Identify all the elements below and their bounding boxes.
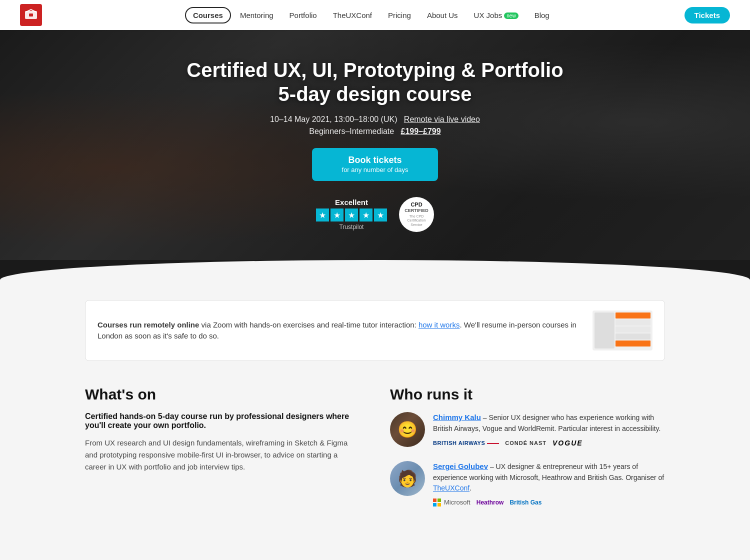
- who-runs-column: Who runs it 😊 Chimmy Kalu – Senior UX de…: [390, 386, 665, 520]
- fs-row-1: [616, 312, 650, 318]
- new-badge: new: [504, 12, 518, 19]
- stars-row: ★ ★ ★ ★ ★: [316, 208, 387, 222]
- star-1: ★: [316, 208, 329, 222]
- nav-about[interactable]: About Us: [420, 8, 465, 22]
- nav-uxjobs[interactable]: UX Jobsnew: [467, 8, 526, 22]
- whats-on-column: What's on Certified hands-on 5-day cours…: [85, 386, 360, 520]
- fs-row-3: [616, 326, 650, 332]
- whats-on-title: What's on: [85, 386, 360, 403]
- british-airways-logo: BRITISH AIRWAYS: [433, 440, 499, 446]
- wave-divider: [0, 260, 750, 280]
- trust-badges: Excellent ★ ★ ★ ★ ★ Trustpilot CPD CERTI…: [185, 197, 565, 232]
- chimmy-name-link[interactable]: Chimmy Kalu: [433, 413, 481, 422]
- hero-title: Certified UX, UI, Prototyping & Portfoli…: [185, 58, 565, 106]
- book-tickets-button[interactable]: Book tickets for any number of days: [312, 148, 438, 180]
- hero-content: Certified UX, UI, Prototyping & Portfoli…: [175, 58, 575, 232]
- navbar: Courses Mentoring Portfolio TheUXConf Pr…: [0, 0, 750, 30]
- cpd-desc: The CPD Certification Service: [403, 214, 430, 227]
- btn-main-label: Book tickets: [348, 155, 402, 165]
- main-content: Courses run remotely online via Zoom wit…: [75, 280, 675, 550]
- notice-bold: Courses run remotely online: [98, 320, 199, 329]
- star-3: ★: [345, 208, 358, 222]
- notice-text1: via Zoom with hands-on exercises and rea…: [199, 320, 418, 329]
- fs-sidebar: [594, 312, 614, 348]
- chimmy-logos: BRITISH AIRWAYS CONDÉ NAST VOGUE: [433, 439, 665, 447]
- hero-section: Certified UX, UI, Prototyping & Portfoli…: [0, 30, 750, 260]
- nav-blog[interactable]: Blog: [528, 8, 556, 22]
- nav-courses[interactable]: Courses: [185, 7, 231, 24]
- nav-theuxconf[interactable]: TheUXConf: [326, 8, 379, 22]
- sergei-info: Sergei Golubev – UX designer & entrepren…: [433, 461, 665, 506]
- notice-text: Courses run remotely online via Zoom wit…: [98, 320, 580, 342]
- hero-level: Beginners–Intermediate: [309, 127, 394, 136]
- conde-nast-logo: CONDÉ NAST: [505, 440, 546, 446]
- hero-remote-link[interactable]: Remote via live video: [404, 115, 480, 124]
- heathrow-logo: Heathrow: [476, 499, 504, 506]
- ms-grid: [433, 498, 441, 506]
- sergei-desc2: .: [470, 484, 472, 492]
- hero-level-price: Beginners–Intermediate £199–£799: [185, 127, 565, 136]
- british-gas-logo: British Gas: [510, 499, 542, 506]
- ms-sq1: [433, 498, 436, 502]
- nav-portfolio[interactable]: Portfolio: [282, 8, 324, 22]
- instructor-chimmy: 😊 Chimmy Kalu – Senior UX designer who h…: [390, 412, 665, 447]
- trustpilot-block: Excellent ★ ★ ★ ★ ★ Trustpilot: [316, 198, 387, 230]
- chimmy-avatar: 😊: [390, 412, 425, 447]
- fs-row-5: [616, 340, 650, 346]
- sergei-name-link[interactable]: Sergei Golubev: [433, 462, 488, 470]
- hero-date-remote: 10–14 May 2021, 13:00–18:00 (UK) Remote …: [185, 115, 565, 124]
- whats-on-body: From UX research and UI design fundament…: [85, 437, 360, 473]
- trustpilot-name: Trustpilot: [340, 224, 364, 230]
- theuxconf-link[interactable]: TheUXConf: [433, 484, 470, 492]
- sergei-avatar: 🧑: [390, 461, 425, 496]
- trustpilot-label: Excellent: [335, 198, 368, 206]
- star-2: ★: [330, 208, 344, 222]
- cpd-badge: CPD CERTIFIED The CPD Certification Serv…: [399, 197, 434, 232]
- cpd-certified: CERTIFIED: [404, 208, 428, 214]
- chimmy-desc: Chimmy Kalu – Senior UX designer who has…: [433, 412, 665, 434]
- star-5: ★: [374, 208, 387, 222]
- hero-price-link[interactable]: £199–£799: [401, 127, 441, 136]
- screenshot-preview: [592, 310, 652, 350]
- tickets-button[interactable]: Tickets: [684, 7, 730, 24]
- two-col-layout: What's on Certified hands-on 5-day cours…: [85, 386, 665, 520]
- fs-row-2: [616, 320, 650, 326]
- vogue-logo: VOGUE: [552, 439, 583, 447]
- who-runs-title: Who runs it: [390, 386, 665, 403]
- chimmy-info: Chimmy Kalu – Senior UX designer who has…: [433, 412, 665, 447]
- whats-on-bold: Certified hands-on 5-day course run by p…: [85, 412, 360, 430]
- ms-sq3: [433, 503, 436, 506]
- ms-sq4: [438, 503, 441, 506]
- sergei-avatar-icon: 🧑: [398, 469, 418, 488]
- logo[interactable]: [20, 4, 42, 26]
- online-notice: Courses run remotely online via Zoom wit…: [85, 300, 665, 361]
- ms-sq2: [438, 498, 441, 502]
- sergei-logos: Microsoft Heathrow British Gas: [433, 498, 665, 506]
- hero-date: 10–14 May 2021, 13:00–18:00 (UK): [270, 115, 397, 124]
- instructor-sergei: 🧑 Sergei Golubev – UX designer & entrepr…: [390, 461, 665, 506]
- nav-pricing[interactable]: Pricing: [381, 8, 418, 22]
- svg-rect-1: [29, 14, 33, 16]
- notice-image: [592, 310, 652, 350]
- nav-links: Courses Mentoring Portfolio TheUXConf Pr…: [57, 7, 684, 24]
- fs-row-4: [616, 334, 650, 340]
- nav-mentoring[interactable]: Mentoring: [233, 8, 280, 22]
- chimmy-avatar-icon: 😊: [398, 420, 418, 439]
- microsoft-logo: Microsoft: [433, 498, 470, 506]
- how-it-works-link[interactable]: how it works: [418, 320, 460, 329]
- sergei-desc: Sergei Golubev – UX designer & entrepren…: [433, 461, 665, 494]
- btn-sub-label: for any number of days: [342, 166, 408, 174]
- cpd-title: CPD: [410, 202, 422, 208]
- fs-main: [616, 312, 650, 348]
- star-4: ★: [360, 208, 372, 222]
- microsoft-text: Microsoft: [444, 498, 470, 506]
